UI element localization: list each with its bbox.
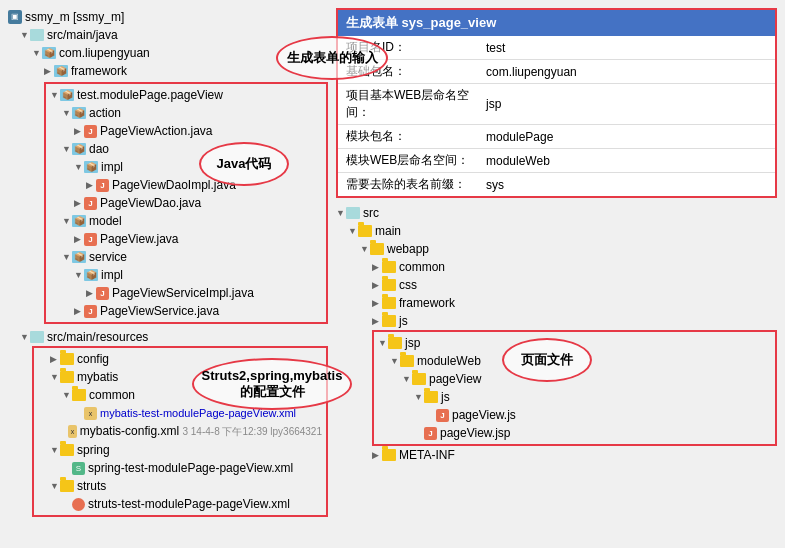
test-module-page[interactable]: ▼ 📦 test.modulePage.pageView <box>50 86 322 104</box>
js-webapp[interactable]: ▶ js <box>372 312 777 330</box>
folder-icon <box>60 480 74 492</box>
meta-inf-label: META-INF <box>399 447 455 463</box>
js-pv-children: J pageView.js <box>414 406 771 424</box>
struts-children: struts-test-modulePage-pageView.xml <box>50 495 322 513</box>
project-icon: ▣ <box>8 10 22 24</box>
main-right[interactable]: ▼ main <box>348 222 777 240</box>
expand-arrow: ▶ <box>74 123 84 139</box>
webapp-label: webapp <box>387 241 429 257</box>
module-web-label: moduleWeb <box>417 353 481 369</box>
struts-folder[interactable]: ▼ struts <box>50 477 322 495</box>
form-row-1: 基础包名： com.liupengyuan <box>338 60 775 84</box>
java-icon: J <box>96 179 109 192</box>
form-row-2: 项目基本WEB层命名空间： jsp <box>338 84 775 125</box>
spring-children: S spring-test-modulePage-pageView.xml <box>50 459 322 477</box>
expand-arrow: ▼ <box>50 369 60 385</box>
expand-arrow: ▶ <box>372 295 382 311</box>
folder-icon <box>60 444 74 456</box>
service-children: ▼ 📦 impl ▶ J PageViewServiceImpl.j <box>62 266 322 320</box>
expand-arrow: ▶ <box>74 195 84 211</box>
expand-arrow: ▶ <box>50 351 60 367</box>
dao-label: dao <box>89 141 109 157</box>
src-main-java[interactable]: ▼ src/main/java <box>20 26 328 44</box>
form-value-4: moduleWeb <box>486 154 550 168</box>
common-webapp-label: common <box>399 259 445 275</box>
spring-folder[interactable]: ▼ spring <box>50 441 322 459</box>
folder-icon <box>382 449 396 461</box>
jsp-section: ▼ jsp ▼ moduleWeb <box>372 330 777 446</box>
java-code-annotation: Java代码 <box>199 142 289 186</box>
js-pv-folder[interactable]: ▼ js <box>414 388 771 406</box>
expand-arrow: ▶ <box>372 313 382 329</box>
page-view-action[interactable]: ▶ J PageViewAction.java <box>74 122 322 140</box>
action-label: action <box>89 105 121 121</box>
page-view-dao-impl[interactable]: ▶ J PageViewDaoImpl.java <box>86 176 322 194</box>
expand-arrow: ▶ <box>44 63 54 79</box>
expand-arrow: ▼ <box>20 27 30 43</box>
spring-icon: S <box>72 462 85 475</box>
java-icon: J <box>84 125 97 138</box>
form-value-1: com.liupengyuan <box>486 65 577 79</box>
service-impl-folder[interactable]: ▼ 📦 impl <box>74 266 322 284</box>
meta-inf-folder[interactable]: ▶ META-INF <box>372 446 777 464</box>
expand-arrow: ▼ <box>390 353 400 369</box>
struts-icon <box>72 498 85 511</box>
expand-arrow: ▼ <box>62 105 72 121</box>
src-right-label: src <box>363 205 379 221</box>
mybatis-config-xml[interactable]: x mybatis-config.xml 3 14-4-8 下午12:39 lp… <box>62 422 322 441</box>
webapp-folder[interactable]: ▼ webapp <box>360 240 777 258</box>
expand-arrow: ▼ <box>62 387 72 403</box>
page-view-js[interactable]: J pageView.js <box>426 406 771 424</box>
page-view-service-impl[interactable]: ▶ J PageViewServiceImpl.java <box>86 284 322 302</box>
model-children: ▶ J PageView.java <box>62 230 322 248</box>
action-folder[interactable]: ▼ 📦 action <box>62 104 322 122</box>
xml-icon: x <box>68 425 76 438</box>
dao-impl-children: ▶ J PageViewDaoImpl.java <box>74 176 322 194</box>
model-folder[interactable]: ▼ 📦 model <box>62 212 322 230</box>
expand-arrow: ▶ <box>372 259 382 275</box>
js-pv-label: js <box>441 389 450 405</box>
js-webapp-label: js <box>399 313 408 329</box>
xml-icon: x <box>84 407 97 420</box>
form-label-2: 项目基本WEB层命名空间： <box>346 87 486 121</box>
mybatis-config-xml-label: mybatis-config.xml 3 14-4-8 下午12:39 lpy3… <box>80 423 322 440</box>
page-view-service[interactable]: ▶ J PageViewService.java <box>74 302 322 320</box>
css-folder[interactable]: ▶ css <box>372 276 777 294</box>
common-label: common <box>89 387 135 403</box>
struts-test-xml[interactable]: struts-test-modulePage-pageView.xml <box>62 495 322 513</box>
form-row-0: 项目名ID： test <box>338 36 775 60</box>
expand-arrow: ▼ <box>74 267 84 283</box>
pkg-icon: 📦 <box>72 143 86 155</box>
pkg-icon: 📦 <box>84 269 98 281</box>
folder-icon <box>358 225 372 237</box>
java-icon: J <box>96 287 109 300</box>
framework-webapp[interactable]: ▶ framework <box>372 294 777 312</box>
common-webapp[interactable]: ▶ common <box>372 258 777 276</box>
page-view-jsp[interactable]: J pageView.jsp <box>414 424 771 442</box>
expand-arrow: ▼ <box>50 442 60 458</box>
form-input-annotation: 生成表单的输入 <box>276 36 388 80</box>
src-icon <box>30 331 44 343</box>
expand-arrow: ▼ <box>62 249 72 265</box>
page-view-children: ▼ js J <box>402 388 771 442</box>
folder-icon <box>382 315 396 327</box>
resources-red-box: ▶ config ▼ mybatis ▼ commo <box>32 346 328 517</box>
page-view-model[interactable]: ▶ J PageView.java <box>74 230 322 248</box>
folder-icon <box>72 389 86 401</box>
src-main-resources[interactable]: ▼ src/main/resources <box>20 328 328 346</box>
config-label: config <box>77 351 109 367</box>
expand-arrow: ▼ <box>74 159 84 175</box>
pkg-icon: 📦 <box>72 215 86 227</box>
page-view-model-label: PageView.java <box>100 231 179 247</box>
dao-impl-label: impl <box>101 159 123 175</box>
expand-arrow: ▼ <box>414 389 424 405</box>
service-folder[interactable]: ▼ 📦 service <box>62 248 322 266</box>
spring-test-xml-label: spring-test-modulePage-pageView.xml <box>88 460 293 476</box>
spring-test-xml[interactable]: S spring-test-modulePage-pageView.xml <box>62 459 322 477</box>
src-right[interactable]: ▼ src <box>336 204 777 222</box>
expand-arrow: ▼ <box>32 45 42 61</box>
page-view-folder[interactable]: ▼ pageView <box>402 370 771 388</box>
page-view-dao[interactable]: ▶ J PageViewDao.java <box>74 194 322 212</box>
service-impl-label: impl <box>101 267 123 283</box>
project-root[interactable]: ▣ ssmy_m [ssmy_m] <box>8 8 328 26</box>
